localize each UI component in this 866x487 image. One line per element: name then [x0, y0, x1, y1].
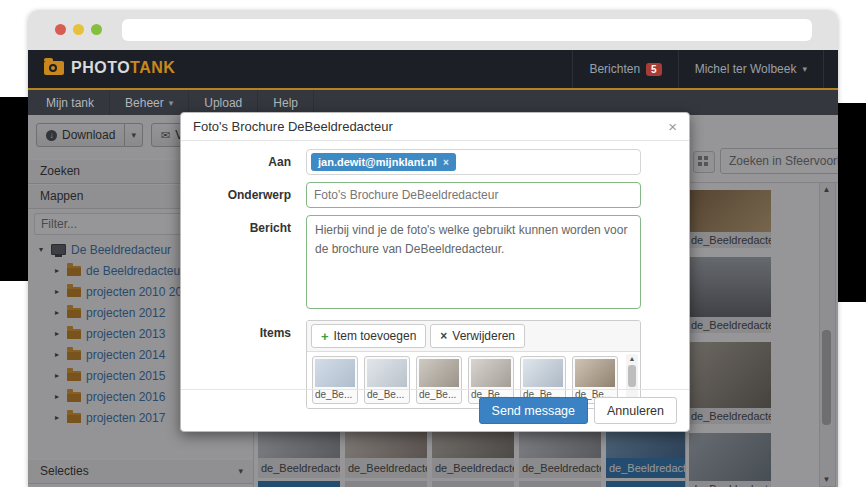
- dialog-footer: Send message Annuleren: [181, 389, 689, 431]
- nav-label: Upload: [204, 96, 242, 110]
- verwijderen-button[interactable]: × Verwijderen: [430, 324, 525, 348]
- logo-text-tank: TANK: [130, 59, 175, 76]
- logo-text-photo: PHOTO: [71, 59, 130, 76]
- onderwerp-label: Onderwerp: [181, 182, 291, 208]
- screenshot-bleed-right: [838, 103, 866, 302]
- item-photo: [419, 359, 459, 387]
- address-bar[interactable]: [122, 19, 812, 41]
- send-message-dialog: Foto's Brochure DeBeeldredacteur × Aan j…: [180, 112, 690, 432]
- folder-camera-logo-icon: [44, 61, 64, 75]
- plus-icon: +: [321, 329, 329, 344]
- item-toevoegen-label: Item toevoegen: [334, 329, 417, 343]
- page: PHOTOTANK Berichten 5 Michel ter Wolbeek…: [0, 0, 866, 487]
- dialog-title-bar: Foto's Brochure DeBeeldredacteur ×: [181, 113, 689, 141]
- aan-label: Aan: [181, 149, 291, 175]
- items-toolbar: + Item toevoegen × Verwijderen: [307, 321, 640, 352]
- user-name: Michel ter Wolbeek: [695, 62, 797, 76]
- item-photo: [315, 359, 355, 387]
- traffic-light-close-icon[interactable]: [55, 24, 66, 35]
- traffic-light-minimize-icon[interactable]: [73, 24, 84, 35]
- onderwerp-input[interactable]: [306, 182, 641, 208]
- send-message-button[interactable]: Send message: [479, 397, 588, 424]
- item-photo: [367, 359, 407, 387]
- berichten-label: Berichten: [589, 62, 640, 76]
- bericht-label: Bericht: [181, 215, 291, 313]
- close-icon[interactable]: ×: [664, 113, 681, 140]
- phototank-logo[interactable]: PHOTOTANK: [44, 59, 175, 77]
- bericht-textarea[interactable]: Hierbij vind je de foto's welke gebruikt…: [306, 215, 641, 309]
- app-header: PHOTOTANK Berichten 5 Michel ter Wolbeek…: [28, 50, 838, 90]
- item-photo: [523, 359, 563, 387]
- item-photo: [575, 359, 615, 387]
- item-toevoegen-button[interactable]: + Item toevoegen: [311, 324, 426, 348]
- caret-down-icon: ▾: [169, 98, 174, 108]
- recipients-input[interactable]: jan.dewit@mijnklant.nl ×: [306, 149, 641, 175]
- recipient-email: jan.dewit@mijnklant.nl: [318, 156, 437, 168]
- item-photo: [471, 359, 511, 387]
- verwijderen-label: Verwijderen: [452, 329, 515, 343]
- x-icon: ×: [440, 329, 447, 343]
- recipient-tag: jan.dewit@mijnklant.nl ×: [311, 153, 456, 171]
- annuleren-button[interactable]: Annuleren: [594, 397, 677, 424]
- berichten-count-badge: 5: [646, 63, 662, 76]
- user-menu[interactable]: Michel ter Wolbeek ▾: [678, 50, 824, 88]
- remove-recipient-icon[interactable]: ×: [443, 157, 449, 168]
- scroll-up-icon[interactable]: ▲: [626, 355, 638, 362]
- nav-label: Beheer: [125, 96, 164, 110]
- dialog-title: Foto's Brochure DeBeeldredacteur: [193, 119, 393, 134]
- traffic-light-maximize-icon[interactable]: [91, 24, 102, 35]
- nav-item-beheer[interactable]: Beheer ▾: [110, 90, 189, 115]
- scrollbar-thumb[interactable]: [628, 365, 636, 387]
- nav-label: Mijn tank: [46, 96, 94, 110]
- browser-chrome: [28, 10, 838, 50]
- nav-item-mijn-tank[interactable]: Mijn tank: [28, 90, 110, 115]
- berichten-menu-item[interactable]: Berichten 5: [572, 50, 677, 88]
- screenshot-bleed-left: [0, 97, 28, 281]
- caret-down-icon: ▾: [802, 64, 807, 74]
- nav-label: Help: [273, 96, 298, 110]
